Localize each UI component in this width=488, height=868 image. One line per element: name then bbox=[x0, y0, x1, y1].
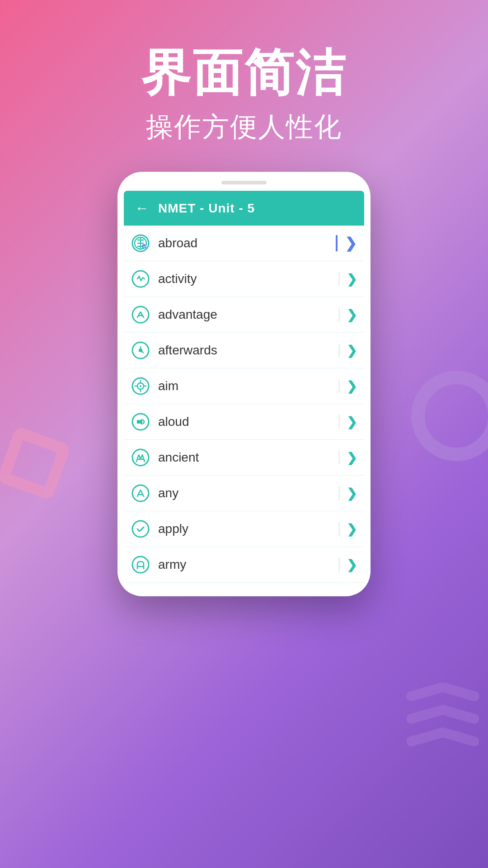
word-label-apply: apply bbox=[158, 522, 339, 536]
word-divider-ancient bbox=[339, 451, 339, 464]
word-row-afterwards[interactable]: afterwards ❯ bbox=[124, 333, 364, 368]
word-label-activity: activity bbox=[158, 272, 339, 286]
word-row-aim[interactable]: aim ❯ bbox=[124, 368, 364, 404]
word-label-advantage: advantage bbox=[158, 307, 339, 322]
word-label-army: army bbox=[158, 557, 339, 572]
chevron-shape bbox=[407, 683, 479, 755]
word-divider-apply bbox=[339, 522, 339, 536]
phone-frame: ← NMET - Unit - 5 bbox=[117, 172, 371, 596]
circle-shape bbox=[411, 371, 488, 461]
word-arrow-advantage[interactable]: ❯ bbox=[347, 307, 357, 322]
word-icon-apply bbox=[131, 519, 150, 538]
word-icon-abroad bbox=[131, 234, 150, 253]
word-label-afterwards: afterwards bbox=[158, 343, 339, 358]
word-row-any[interactable]: any ❯ bbox=[124, 476, 364, 511]
word-divider-any bbox=[339, 486, 339, 500]
word-arrow-aloud[interactable]: ❯ bbox=[347, 415, 357, 429]
word-icon-afterwards bbox=[131, 341, 150, 360]
word-icon-army bbox=[131, 555, 150, 574]
word-row-abroad[interactable]: abroad ❯ bbox=[124, 226, 364, 261]
svg-rect-18 bbox=[137, 420, 140, 424]
svg-point-2 bbox=[142, 244, 146, 249]
word-label-ancient: ancient bbox=[158, 450, 339, 465]
svg-point-24 bbox=[132, 557, 149, 573]
back-button[interactable]: ← bbox=[135, 200, 149, 217]
word-row-advantage[interactable]: advantage ❯ bbox=[124, 297, 364, 333]
word-divider-advantage bbox=[339, 308, 339, 321]
word-row-army[interactable]: army ❯ bbox=[124, 547, 364, 583]
word-icon-aloud bbox=[131, 412, 150, 431]
word-divider-abroad bbox=[336, 235, 338, 251]
word-arrow-aim[interactable]: ❯ bbox=[347, 379, 357, 394]
word-row-activity[interactable]: activity ❯ bbox=[124, 261, 364, 297]
word-divider-aim bbox=[339, 379, 339, 393]
word-icon-aim bbox=[131, 377, 150, 396]
word-arrow-any[interactable]: ❯ bbox=[347, 486, 357, 501]
word-row-apply[interactable]: apply ❯ bbox=[124, 511, 364, 547]
word-arrow-abroad[interactable]: ❯ bbox=[345, 235, 357, 252]
word-label-aim: aim bbox=[158, 379, 339, 393]
word-divider-aloud bbox=[339, 415, 339, 429]
phone-speaker bbox=[221, 181, 267, 184]
word-label-abroad: abroad bbox=[158, 236, 336, 250]
header-section: 界面简洁 操作方便人性化 bbox=[0, 45, 488, 146]
svg-point-23 bbox=[132, 521, 149, 537]
svg-point-4 bbox=[132, 307, 149, 323]
word-arrow-apply[interactable]: ❯ bbox=[347, 522, 357, 537]
word-arrow-ancient[interactable]: ❯ bbox=[347, 450, 357, 465]
svg-point-21 bbox=[132, 485, 149, 501]
word-icon-ancient bbox=[131, 448, 150, 467]
app-screen-title: NMET - Unit - 5 bbox=[158, 201, 255, 216]
word-icon-activity bbox=[131, 269, 150, 288]
word-icon-any bbox=[131, 484, 150, 503]
word-divider-army bbox=[339, 558, 339, 571]
word-row-aloud[interactable]: aloud ❯ bbox=[124, 404, 364, 440]
word-divider-activity bbox=[339, 272, 339, 286]
page-subtitle: 操作方便人性化 bbox=[0, 109, 488, 146]
word-arrow-activity[interactable]: ❯ bbox=[347, 272, 357, 287]
word-divider-afterwards bbox=[339, 344, 339, 357]
app-header: ← NMET - Unit - 5 bbox=[124, 191, 364, 226]
word-arrow-afterwards[interactable]: ❯ bbox=[347, 343, 357, 358]
word-arrow-army[interactable]: ❯ bbox=[347, 557, 357, 572]
word-row-ancient[interactable]: ancient ❯ bbox=[124, 440, 364, 476]
word-list: abroad ❯ activity ❯ bbox=[124, 226, 364, 583]
word-label-any: any bbox=[158, 486, 339, 500]
diamond-shape bbox=[0, 426, 71, 501]
phone-mockup: ← NMET - Unit - 5 bbox=[117, 172, 371, 596]
word-icon-advantage bbox=[131, 305, 150, 324]
word-label-aloud: aloud bbox=[158, 415, 339, 429]
page-title: 界面简洁 bbox=[0, 45, 488, 100]
svg-point-12 bbox=[140, 385, 141, 387]
phone-screen: ← NMET - Unit - 5 bbox=[124, 191, 364, 583]
